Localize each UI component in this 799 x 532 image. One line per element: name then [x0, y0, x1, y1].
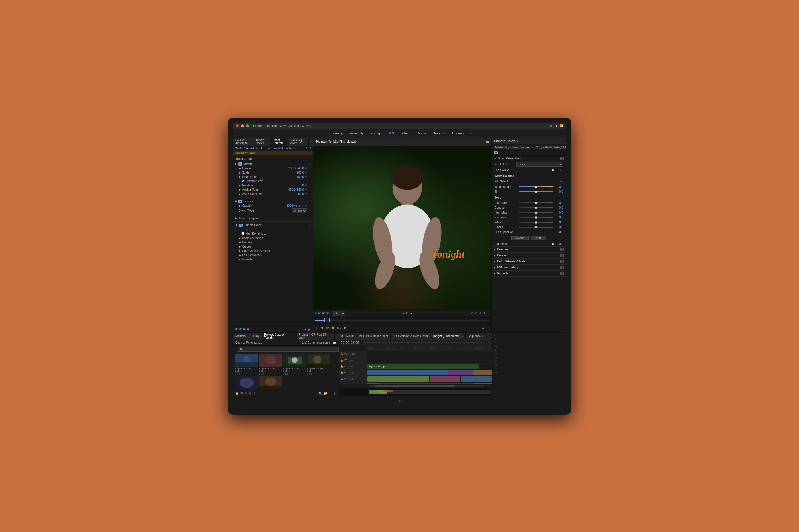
ec-header-right[interactable]: Tonight (Final Maste...: [271, 147, 299, 150]
new-folder-icon[interactable]: 📁: [324, 392, 327, 395]
rotation-value[interactable]: 0.0: [300, 184, 304, 187]
creative-section[interactable]: ▶ Creative ✓: [492, 247, 566, 253]
ec-timecode[interactable]: 00:00: [304, 147, 311, 150]
timeline-scroll-thumb[interactable]: [374, 385, 455, 387]
anchor-toggle[interactable]: ▶: [239, 188, 241, 191]
list-item[interactable]: Copy of Tonight Linked... 1:50: [307, 354, 330, 376]
track-lock-v6[interactable]: 🔒: [340, 359, 343, 362]
transport-play[interactable]: ▶: [332, 325, 335, 330]
tab-project-tonight[interactable]: Project: Copy of Tonight: [262, 333, 296, 340]
transport-extras[interactable]: ⊞: [482, 326, 485, 329]
creative-checkbox[interactable]: ✓: [560, 248, 564, 251]
track-lock-v3[interactable]: 🔒: [340, 378, 343, 380]
scale-toggle[interactable]: ▶: [239, 171, 241, 174]
track-s-v7[interactable]: S: [353, 353, 355, 355]
tab-history[interactable]: History: [248, 333, 262, 340]
preview-quality-icon[interactable]: ▼: [410, 312, 413, 315]
thumbnail-icon[interactable]: ▣: [249, 392, 251, 395]
shadows-slider[interactable]: [519, 217, 553, 218]
position-y[interactable]: 540.0: [297, 167, 304, 170]
transport-step-fwd[interactable]: ▷▷: [338, 326, 342, 329]
nav-color[interactable]: Color: [384, 130, 397, 136]
color-wheels-checkbox[interactable]: ✓: [560, 260, 564, 263]
saturation-slider[interactable]: [519, 244, 553, 244]
panel-tab-more[interactable]: »: [309, 140, 313, 143]
basic-correction-header[interactable]: ▼ Basic Correction ✓: [492, 155, 566, 161]
preview-progress-bar[interactable]: [315, 320, 489, 321]
track-m-v3[interactable]: M: [351, 378, 353, 380]
wb-eyedropper-icon[interactable]: ✏: [560, 179, 563, 184]
anti-flicker-value[interactable]: 0.00: [298, 192, 304, 195]
mac-minimize-dot[interactable]: [241, 125, 244, 127]
reset-button[interactable]: Reset: [511, 235, 529, 241]
color-wheels-sub[interactable]: ▶ Color Wheels & Match: [233, 249, 313, 253]
motion-toggle[interactable]: ▶: [235, 163, 237, 165]
position-toggle[interactable]: ▶: [239, 167, 241, 170]
search-icon[interactable]: 🔍: [319, 392, 322, 395]
hsl-toggle[interactable]: ▶: [239, 253, 241, 257]
uniform-scale-checkbox[interactable]: [241, 179, 244, 183]
hdr-specular-value[interactable]: 0.0: [555, 230, 563, 233]
creative-sub[interactable]: ▶ Creative: [233, 240, 313, 244]
vignette-toggle[interactable]: ▶: [239, 258, 241, 261]
opacity-toggle[interactable]: ▶: [235, 200, 237, 203]
anchor-reset[interactable]: ↺: [305, 188, 307, 191]
transport-next-edit[interactable]: ▶|: [344, 326, 347, 329]
v4-clip-3[interactable]: [473, 370, 492, 375]
list-item[interactable]: Copy of Tonight Linked... 1:22: [283, 354, 306, 376]
basic-correction-checkbox[interactable]: ✓: [560, 157, 564, 160]
project-folder-icon[interactable]: 📁: [333, 341, 336, 344]
scale-value[interactable]: 100.0: [297, 171, 304, 174]
mac-menu-go[interactable]: Go: [288, 125, 292, 128]
track-content-v4[interactable]: [367, 370, 492, 376]
list-item[interactable]: Copy of Tonight Linked... 2:19: [259, 354, 282, 376]
transport-marker-btn[interactable]: ⬦: [315, 326, 317, 329]
opacity-value[interactable]: 100.0 %: [287, 204, 297, 207]
nav-learning[interactable]: Learning: [328, 131, 346, 136]
mac-menu-help[interactable]: Help: [307, 125, 312, 128]
nav-more[interactable]: »: [469, 132, 471, 135]
contrast-value[interactable]: 0.0: [555, 206, 563, 209]
timeline-tab-4[interactable]: Sequence 01: [466, 333, 487, 340]
mac-fullscreen-dot[interactable]: [246, 125, 249, 127]
blacks-value[interactable]: 0.0: [555, 226, 563, 229]
tab-markers[interactable]: Markers: [233, 333, 248, 340]
input-lut-select[interactable]: None: [516, 162, 563, 167]
timeline-tool-razor[interactable]: ✂: [488, 341, 490, 344]
v2-clip-1[interactable]: [367, 383, 380, 384]
track-lock-v4[interactable]: 🔒: [340, 371, 343, 374]
creative-toggle[interactable]: ▶: [239, 241, 241, 244]
timeline-tool-select[interactable]: ↕: [486, 341, 487, 344]
ec-header-label[interactable]: Master * Adjustment La...: [235, 147, 267, 150]
list-item[interactable]: Copy of Tonight Linked... 0:16: [235, 377, 258, 390]
panel-nav-prev[interactable]: ◀: [304, 328, 307, 331]
preview-fit-select[interactable]: Fit: [333, 311, 345, 316]
whites-slider[interactable]: [519, 222, 553, 223]
anti-flicker-toggle[interactable]: ▶: [239, 192, 241, 195]
track-content-v7[interactable]: [367, 351, 492, 357]
adjustment-layer-clip[interactable]: Adjustment Layer: [367, 364, 479, 369]
opacity-reset[interactable]: ↺: [309, 200, 310, 203]
curves-section[interactable]: ▶ Curves ✓: [492, 253, 566, 259]
timeline-tab-2[interactable]: KDR Version 2 15 sec. spot: [391, 333, 431, 340]
time-remapping-row[interactable]: ▶ Time Remapping: [233, 216, 313, 221]
transport-prev-edit[interactable]: |◀: [320, 326, 323, 329]
lumetri-clip-select[interactable]: Tonight (Final Master)* Adjust...: [535, 146, 566, 149]
timeline-timecode[interactable]: 00:00:02:05: [341, 341, 359, 345]
timeline-tab-0[interactable]: 961A69B1: [339, 333, 357, 340]
scroll-s1[interactable]: S: [486, 384, 488, 388]
blend-mode-select[interactable]: Normal: [292, 208, 307, 213]
high-dynamic-checkbox[interactable]: [241, 232, 244, 235]
track-m-v6[interactable]: M: [351, 359, 353, 362]
track-m-v5[interactable]: M: [351, 365, 353, 368]
tint-value[interactable]: 0.0: [555, 190, 563, 193]
rotation-toggle[interactable]: ▶: [239, 184, 241, 187]
scale-reset[interactable]: ↺: [305, 171, 307, 174]
mac-menu-view[interactable]: View: [279, 125, 286, 128]
exposure-slider[interactable]: [519, 203, 553, 203]
anchor-y[interactable]: 540.0: [297, 188, 304, 191]
opacity-sub-reset[interactable]: ↺: [305, 204, 307, 207]
track-m-v7[interactable]: M: [351, 353, 353, 355]
preview-quality[interactable]: Full: [403, 312, 407, 315]
vignette-section[interactable]: ▶ Vignette ✓: [492, 271, 566, 277]
